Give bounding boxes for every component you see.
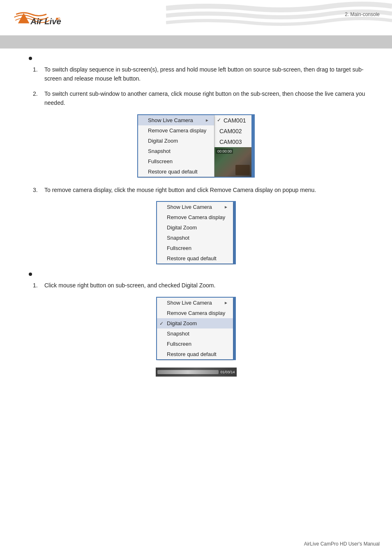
- cam-overlay-1: [235, 165, 250, 175]
- instruction-list-2: 1. Click mouse right button on sub-scree…: [33, 281, 367, 290]
- context-menu-3[interactable]: Show Live Camera ► Remove Camera display…: [157, 298, 233, 359]
- menu-container-1: Show Live Camera ► Remove Camera display…: [25, 114, 367, 178]
- menu-label-restore-1: Restore quad default: [148, 169, 198, 175]
- menu-item-show-live-3[interactable]: Show Live Camera ►: [157, 298, 233, 308]
- menu-label-restore-2: Restore quad default: [167, 255, 217, 261]
- submenu-1[interactable]: ✓ CAM001 CAM002 CAM003 00:00:00: [214, 115, 251, 177]
- bullet-dot-1: [29, 57, 32, 60]
- menu-item-fullscreen-2[interactable]: Fullscreen: [157, 243, 233, 253]
- item-number-3: 3.: [33, 186, 44, 195]
- menu-item-snapshot-3[interactable]: Snapshot: [157, 328, 233, 339]
- arrow-icon-2: ►: [224, 205, 228, 209]
- arrow-icon-1: ►: [205, 118, 209, 123]
- instruction-list-1: 1. To switch display sequence in sub-scr…: [33, 65, 367, 108]
- bullet-dot-2: [29, 273, 32, 276]
- menu-item-restore-2[interactable]: Restore quad default: [157, 253, 233, 264]
- bullet-section-2: 1. Click mouse right button on sub-scree…: [25, 273, 367, 377]
- menu-item-show-live-1[interactable]: Show Live Camera ►: [138, 115, 214, 125]
- item-number-4: 1.: [33, 281, 44, 290]
- list-item-1: 1. To switch display sequence in sub-scr…: [33, 65, 367, 83]
- menu-item-restore-1[interactable]: Restore quad default: [138, 166, 214, 177]
- submenu-cam003[interactable]: CAM003: [214, 136, 251, 147]
- menu-item-show-live-2[interactable]: Show Live Camera ►: [157, 202, 233, 212]
- taskbar-strip: 01/03/14: [25, 368, 367, 377]
- instruction-list-1b: 3. To remove camera display, click the m…: [33, 186, 367, 195]
- logo-area: Air Live ®: [12, 7, 62, 32]
- menu-container-3: Show Live Camera ► Remove Camera display…: [25, 297, 367, 360]
- menu-label-show-live-1: Show Live Camera: [148, 117, 193, 123]
- submenu-label-cam003: CAM003: [219, 139, 242, 145]
- taskbar-bar: 01/03/14: [156, 368, 237, 377]
- airlive-logo: Air Live ®: [12, 7, 62, 32]
- blue-border-3: [233, 298, 235, 359]
- menu-item-snapshot-1[interactable]: Snapshot: [138, 146, 214, 156]
- menu-label-snapshot-1: Snapshot: [148, 148, 171, 154]
- menu-item-remove-2[interactable]: Remove Camera display: [157, 212, 233, 222]
- menu-label-fullscreen-3: Fullscreen: [167, 341, 191, 347]
- menu-label-zoom-2: Digital Zoom: [167, 224, 197, 231]
- menu-1-wrapper: Show Live Camera ► Remove Camera display…: [137, 114, 255, 178]
- menu-label-show-live-3: Show Live Camera: [167, 300, 212, 306]
- menu-label-show-live-2: Show Live Camera: [167, 204, 212, 210]
- menu-item-fullscreen-3[interactable]: Fullscreen: [157, 339, 233, 349]
- menu-3-wrapper: Show Live Camera ► Remove Camera display…: [156, 297, 236, 360]
- menu-2-wrapper: Show Live Camera ► Remove Camera display…: [156, 201, 236, 264]
- bullet-section-1: 1. To switch display sequence in sub-scr…: [25, 57, 367, 264]
- list-item-3: 3. To remove camera display, click the m…: [33, 186, 367, 195]
- blue-border-2: [233, 202, 235, 264]
- menu-label-remove-2: Remove Camera display: [167, 214, 225, 220]
- list-item-2: 2. To switch current sub-window to anoth…: [33, 90, 367, 107]
- main-content: 1. To switch display sequence in sub-scr…: [0, 49, 392, 401]
- menu-item-digital-zoom-1[interactable]: Digital Zoom: [138, 136, 214, 146]
- menu-item-remove-3[interactable]: Remove Camera display: [157, 308, 233, 318]
- item-number-1: 1.: [33, 65, 44, 83]
- menu-item-digital-zoom-3[interactable]: ✓ Digital Zoom: [157, 318, 233, 328]
- item-text-3: To remove camera display, click the mous…: [44, 186, 367, 195]
- item-text-4: Click mouse right button on sub-screen, …: [44, 281, 367, 290]
- list-item-4: 1. Click mouse right button on sub-scree…: [33, 281, 367, 290]
- context-menu-1[interactable]: Show Live Camera ► Remove Camera display…: [138, 115, 214, 177]
- menu-item-restore-3[interactable]: Restore quad default: [157, 349, 233, 359]
- taskbar-time: 01/03/14: [220, 370, 235, 374]
- menu-label-fullscreen-2: Fullscreen: [167, 245, 191, 251]
- arrow-icon-3: ►: [224, 301, 228, 305]
- camera-preview-1: 00:00:00: [214, 147, 251, 177]
- menu-item-digital-zoom-2[interactable]: Digital Zoom: [157, 222, 233, 233]
- submenu-label-cam001: CAM001: [224, 117, 246, 124]
- menu-label-fullscreen-1: Fullscreen: [148, 158, 173, 164]
- menu-label-snapshot-2: Snapshot: [167, 235, 189, 241]
- wave-decoration: [166, 0, 392, 29]
- menu-label-zoom-1: Digital Zoom: [148, 138, 178, 144]
- svg-text:®: ®: [58, 17, 60, 21]
- menu-container-2: Show Live Camera ► Remove Camera display…: [25, 201, 367, 264]
- page-footer: AirLive CamPro HD User's Manual: [304, 541, 380, 547]
- menu-label-zoom-3: Digital Zoom: [167, 320, 197, 326]
- item-number-2: 2.: [33, 90, 44, 107]
- submenu-cam002[interactable]: CAM002: [214, 126, 251, 136]
- gray-bar: [0, 35, 392, 49]
- menu-item-snapshot-2[interactable]: Snapshot: [157, 233, 233, 243]
- menu-label-restore-3: Restore quad default: [167, 351, 217, 357]
- blue-border-1: [251, 115, 254, 177]
- menu-label-remove-3: Remove Camera display: [167, 310, 225, 316]
- page-header: Air Live ® 2. Main-console: [0, 0, 392, 32]
- submenu-cam001[interactable]: ✓ CAM001: [214, 115, 251, 126]
- menu-label-remove-1: Remove Camera display: [148, 127, 206, 134]
- taskbar-progress: [157, 370, 219, 374]
- item-text-2: To switch current sub-window to another …: [44, 90, 367, 107]
- check-cam001: ✓: [217, 117, 221, 123]
- menu-label-snapshot-3: Snapshot: [167, 331, 189, 337]
- check-digital-zoom: ✓: [159, 321, 164, 326]
- context-menu-2[interactable]: Show Live Camera ► Remove Camera display…: [157, 202, 233, 264]
- submenu-label-cam002: CAM002: [219, 128, 242, 134]
- menu-item-fullscreen-1[interactable]: Fullscreen: [138, 156, 214, 166]
- menu-item-remove-1[interactable]: Remove Camera display: [138, 125, 214, 136]
- footer-text: AirLive CamPro HD User's Manual: [304, 541, 380, 547]
- item-text-1: To switch display sequence in sub-screen…: [44, 65, 367, 83]
- cam-timestamp-1: 00:00:00: [216, 149, 233, 154]
